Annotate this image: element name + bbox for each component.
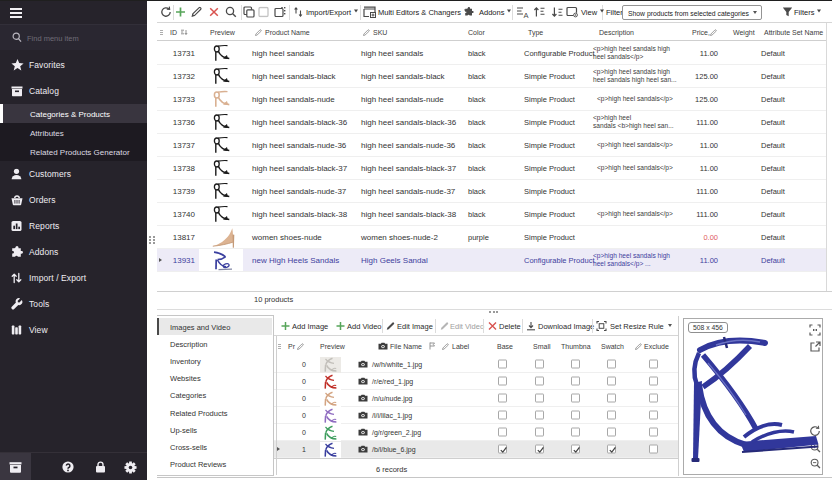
svg-text:A: A [524,10,529,18]
